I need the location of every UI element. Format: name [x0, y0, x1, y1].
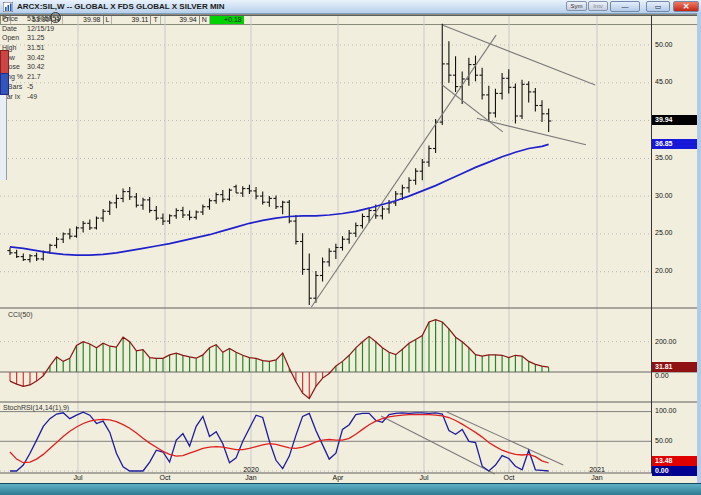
- price-tick-label: 35.00: [655, 154, 695, 161]
- date-month-label: Apr: [324, 474, 352, 481]
- price-tick-label: 25.00: [655, 229, 695, 236]
- date-month-label: Oct: [151, 474, 179, 481]
- price-tick-label: 45.00: [655, 78, 695, 85]
- data-window-row: Chg %21.7: [2, 73, 60, 83]
- date-month-label: Jan: [237, 474, 265, 481]
- cci-tick-label: 0.00: [655, 372, 695, 379]
- data-window: Price53.905855Date12/15/19Open31.25High3…: [2, 15, 60, 102]
- left-toolbar-panel: [0, 95, 7, 180]
- date-month-label: Jan: [583, 474, 611, 481]
- left-toolbar-red-button[interactable]: [0, 50, 9, 74]
- price-tick-label: 20.00: [655, 267, 695, 274]
- date-month-label: Jul: [64, 474, 92, 481]
- last-price-box: 39.94: [652, 115, 698, 125]
- crosshair-cursor-icon: [50, 12, 61, 23]
- date-year-label: 2020: [237, 466, 265, 473]
- data-window-row: Bar Ix-49: [2, 93, 60, 103]
- data-window-row: High31.51: [2, 44, 60, 54]
- stoch-k-value-box: 0.00: [652, 466, 698, 476]
- stoch-tick-label: 50.00: [655, 437, 695, 444]
- stoch-tick-label: 100.00: [655, 407, 695, 414]
- stochrsi-panel-label: StochRSI(14,14(1),9): [3, 404, 69, 411]
- cci-panel-label: CCI(50): [8, 311, 33, 318]
- price-tick-label: 30.00: [655, 192, 695, 199]
- ma-value-box: 36.85: [652, 139, 698, 149]
- stoch-d-value-box: 13.48: [652, 456, 698, 466]
- left-toolbar-blue-button[interactable]: [0, 73, 9, 95]
- date-year-label: 2021: [583, 466, 611, 473]
- cci-tick-label: 200.00: [655, 338, 695, 345]
- data-window-row: Open31.25: [2, 34, 60, 44]
- cci-value-box: 31.81: [652, 362, 698, 372]
- data-window-row: Date12/15/19: [2, 25, 60, 35]
- data-window-row: Close30.42: [2, 63, 60, 73]
- desktop-taskbar-strip: [0, 483, 701, 495]
- price-tick-label: 50.00: [655, 41, 695, 48]
- window-right-border: [697, 13, 701, 483]
- date-month-label: Jul: [410, 474, 438, 481]
- date-month-label: Oct: [495, 474, 523, 481]
- data-window-row: Low30.42: [2, 54, 60, 64]
- chart-canvas[interactable]: [0, 0, 701, 495]
- data-window-row: # Bars-5: [2, 83, 60, 93]
